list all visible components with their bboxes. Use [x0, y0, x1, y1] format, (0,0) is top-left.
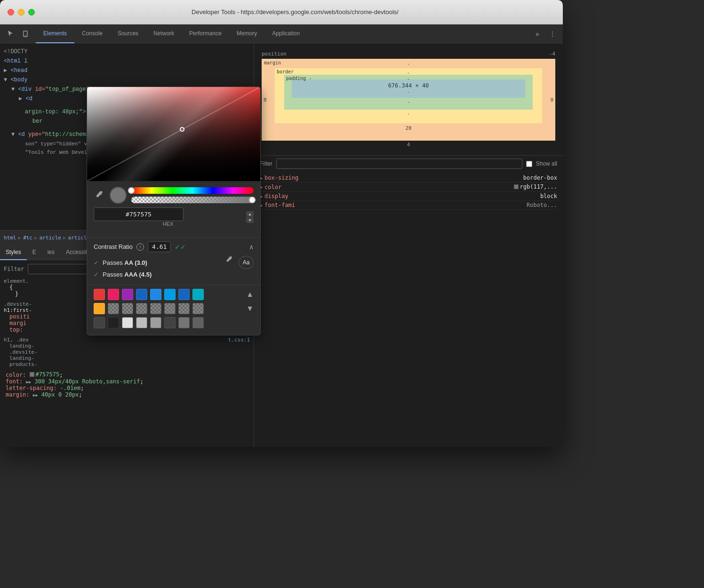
- swatch-black[interactable]: [108, 317, 119, 328]
- tab-console[interactable]: Console: [74, 24, 110, 43]
- swatches-down-icon[interactable]: ▼: [246, 304, 254, 313]
- swatch-darkblue[interactable]: [136, 289, 147, 300]
- swatch-gray-5[interactable]: [192, 317, 204, 328]
- dom-line[interactable]: <html l: [0, 56, 254, 66]
- show-all-checkbox[interactable]: [526, 161, 532, 167]
- swatch-red[interactable]: [94, 289, 105, 300]
- hex-label: HEX: [94, 221, 242, 227]
- cp-row-display: ▶ display block: [260, 192, 557, 201]
- tab-ies[interactable]: ies: [42, 245, 60, 260]
- cp-row-boxsizing: ▶ box-sizing border-box: [260, 174, 557, 183]
- hex-down-arrow[interactable]: ▼: [246, 217, 254, 223]
- devtools-menu-icon[interactable]: ⋮: [546, 27, 559, 40]
- more-tabs-icon[interactable]: »: [531, 27, 544, 40]
- swatch-gray-1[interactable]: [122, 317, 133, 328]
- passes-aaa-row: ✓ Passes AAA (4.5): [94, 271, 254, 278]
- swatch-empty-3[interactable]: [136, 303, 147, 314]
- collapse-icon[interactable]: [4, 77, 7, 83]
- swatches-row-3: [94, 317, 254, 328]
- margin-bottom-val: 20: [275, 125, 542, 131]
- contrast-check-icon: ✓✓: [175, 243, 186, 251]
- alpha-slider[interactable]: [131, 197, 254, 203]
- swatches-up-icon[interactable]: ▲: [246, 290, 254, 299]
- passes-aaa-check: ✓: [94, 271, 99, 278]
- hue-slider[interactable]: [131, 187, 254, 194]
- computed-filter-input[interactable]: [276, 159, 522, 169]
- main-content: <!DOCTY <html l <head <body <div id="top…: [0, 43, 563, 447]
- cp-row-fontfamily: ▶ font-fami Roboto...: [260, 201, 557, 210]
- expand-icon[interactable]: [19, 95, 22, 102]
- swatch-empty-5[interactable]: [164, 303, 176, 314]
- minimize-button[interactable]: [18, 9, 24, 16]
- show-all-label: Show all: [536, 160, 557, 167]
- collapse-icon[interactable]: [11, 86, 15, 93]
- tab-sources[interactable]: Sources: [110, 24, 146, 43]
- maximize-button[interactable]: [28, 9, 35, 16]
- bc-hash[interactable]: #tc: [23, 235, 32, 241]
- box-model-area: position -4 margin 0 0 - border -: [254, 43, 563, 155]
- picker-row1: [94, 187, 254, 204]
- aa-preview-button[interactable]: Aa: [239, 256, 254, 269]
- bc-article[interactable]: article: [40, 235, 61, 241]
- tab-event[interactable]: E: [27, 245, 42, 260]
- margin-box: margin 0 0 - border - padding - -: [262, 59, 555, 141]
- hex-up-arrow[interactable]: ▲: [246, 211, 254, 217]
- color-gradient[interactable]: [87, 87, 260, 181]
- dom-line[interactable]: <head: [0, 66, 254, 75]
- swatch-pink[interactable]: [108, 289, 119, 300]
- swatch-gray-2[interactable]: [136, 317, 147, 328]
- swatch-darkgray[interactable]: [94, 317, 105, 328]
- swatch-empty-6[interactable]: [178, 303, 190, 314]
- contrast-section: Contrast Ratio i 4.61 ✓✓ ∧ ✓ Passes AA (…: [87, 237, 260, 285]
- content-dash: -: [295, 89, 522, 95]
- alpha-thumb[interactable]: [249, 197, 256, 203]
- right-panel: position -4 margin 0 0 - border -: [254, 43, 563, 447]
- swatch-empty-2[interactable]: [122, 303, 133, 314]
- collapse-icon[interactable]: [11, 131, 15, 138]
- margin-right-val: 0: [550, 97, 553, 103]
- tab-application[interactable]: Application: [264, 24, 307, 43]
- contrast-value: 4.61: [148, 241, 171, 252]
- css-rule-selected: color: #757575; font: ▶ 300 34px/40px Ro…: [4, 371, 250, 398]
- tab-network[interactable]: Network: [146, 24, 182, 43]
- bc-html[interactable]: html: [4, 235, 16, 241]
- swatch-gray-4[interactable]: [178, 317, 190, 328]
- contrast-expand-icon[interactable]: ∧: [249, 243, 254, 251]
- dom-line[interactable]: <body: [0, 75, 254, 85]
- tab-styles[interactable]: Styles: [0, 245, 27, 260]
- tab-memory[interactable]: Memory: [229, 24, 264, 43]
- swatch-blue[interactable]: [150, 289, 161, 300]
- cursor-icon[interactable]: [4, 27, 17, 40]
- content-box: 676.344 × 40 -: [292, 79, 525, 98]
- contrast-row: Contrast Ratio i 4.61 ✓✓ ∧: [94, 241, 254, 252]
- contrast-label: Contrast Ratio: [94, 243, 133, 250]
- expand-icon[interactable]: [4, 67, 7, 74]
- tab-elements[interactable]: Elements: [36, 24, 74, 43]
- hue-thumb[interactable]: [128, 187, 135, 194]
- tab-performance[interactable]: Performance: [182, 24, 229, 43]
- swatch-blue2[interactable]: [178, 289, 190, 300]
- eyedropper-icon[interactable]: [94, 191, 105, 200]
- padding-top-val: -: [407, 76, 410, 82]
- toolbar-icons: [4, 27, 32, 40]
- swatch-empty-1[interactable]: [108, 303, 119, 314]
- swatch-gray-dark[interactable]: [164, 317, 176, 328]
- swatch-purple[interactable]: [122, 289, 133, 300]
- computed-filter-bar: Filter Show all: [254, 155, 563, 172]
- swatch-gray-3[interactable]: [150, 317, 161, 328]
- swatch-cyan[interactable]: [192, 289, 204, 300]
- swatch-amber[interactable]: [94, 303, 105, 314]
- hex-row: HEX ▲ ▼: [94, 207, 254, 227]
- eyedropper2-icon[interactable]: [224, 256, 235, 269]
- swatch-empty-4[interactable]: [150, 303, 161, 314]
- hex-input[interactable]: [94, 207, 184, 221]
- css-h1-selector-row: h1, .dev t.css:1: [4, 337, 250, 343]
- swatch-empty-7[interactable]: [192, 303, 204, 314]
- border-box: border - padding - - 676.344 × 40 -: [275, 68, 542, 123]
- device-icon[interactable]: [19, 27, 32, 40]
- close-button[interactable]: [8, 9, 14, 16]
- contrast-info-icon[interactable]: i: [136, 243, 144, 251]
- passes-aa-check: ✓: [94, 259, 99, 266]
- cp-prop-val: Roboto...: [527, 202, 557, 208]
- swatch-lightblue[interactable]: [164, 289, 176, 300]
